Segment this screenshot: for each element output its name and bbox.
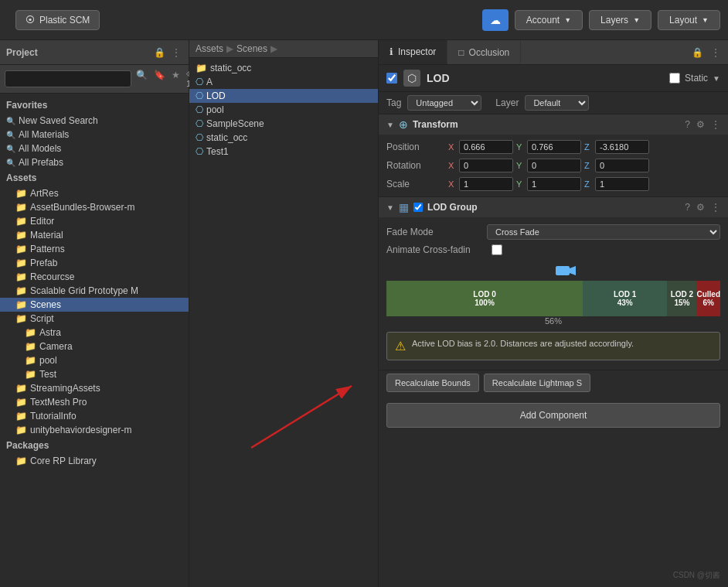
z-axis-label: Z [584,161,592,170]
tab-inspector[interactable]: ℹ Inspector [379,40,447,64]
rot-x-input[interactable] [459,159,513,172]
lod-bar-2[interactable]: LOD 2 15% [667,281,696,316]
add-component-button[interactable]: Add Component [386,403,720,428]
scene-lod-item[interactable]: ⎔ LOD [189,89,378,103]
scene-sample-item[interactable]: ⎔ SampleScene [189,117,378,131]
scenes-item[interactable]: 📁 Scenes [0,298,189,312]
rot-z-input[interactable] [595,159,649,172]
patterns-item[interactable]: 📁 Patterns [0,242,189,256]
folder-icon: 📁 [196,63,207,73]
artres-item[interactable]: 📁 ArtRes [0,186,189,200]
assetbundles-item[interactable]: 📁 AssetBundles-Browser-m [0,200,189,214]
lod-group-body: Fade Mode Cross Fade Animate Cross-fadin [379,217,728,370]
y-axis-label: Y [516,161,524,170]
help-icon[interactable]: ? [685,119,690,130]
packages-header: Packages [0,437,189,454]
transform-body: Position X Y Z Rotation X Y [379,135,728,196]
layer-dropdown[interactable]: Default [525,95,589,111]
x-axis-label: X [448,179,456,189]
recalculate-row: Recalculate Bounds Recalculate Lightmap … [379,370,728,395]
scene-static-occ-item[interactable]: ⎔ static_occ [189,131,378,145]
lod-percentage: 56% [386,316,720,326]
object-active-checkbox[interactable] [386,73,397,84]
new-saved-search-item[interactable]: 🔍 New Saved Search [0,114,189,128]
scene-test1-item[interactable]: ⎔ Test1 [189,145,378,159]
recalculate-lightmap-button[interactable]: Recalculate Lightmap S [484,374,590,392]
layout-dropdown[interactable]: Layout ▼ [658,10,720,30]
camera-item[interactable]: 📁 Camera [0,340,189,353]
recourcse-item[interactable]: 📁 Recourcse [0,270,189,284]
lod2-pct: 15% [674,299,689,307]
folder-icon: 📁 [15,383,27,394]
prefab-item[interactable]: 📁 Prefab [0,256,189,270]
unity-behavior-item[interactable]: 📁 unitybehaviordesigner-m [0,423,189,437]
all-materials-item[interactable]: 🔍 All Materials [0,128,189,142]
more-icon[interactable]: ⋮ [170,46,182,60]
star-icon[interactable]: ★ [170,68,182,90]
scale-y-input[interactable] [527,177,581,191]
breadcrumb-arrow-icon: ▶ [226,43,233,54]
core-rp-item[interactable]: 📁 Core RP Library [0,454,189,468]
pos-y-input[interactable] [527,140,581,154]
rot-y-input[interactable] [527,159,581,172]
tab-occlusion[interactable]: □ Occlusion [447,40,521,64]
settings-icon[interactable]: ⚙ [696,202,705,213]
warning-icon: ⚠ [395,339,406,353]
scale-x-input[interactable] [459,177,513,191]
settings-icon[interactable]: ⚙ [696,119,705,130]
all-models-item[interactable]: 🔍 All Models [0,142,189,155]
more-icon[interactable]: ⋮ [711,202,720,213]
scale-z-input[interactable] [595,177,649,191]
watermark: CSDN @切酱 [673,570,720,581]
pool-item[interactable]: 📁 pool [0,353,189,367]
editor-item[interactable]: 📁 Editor [0,214,189,228]
search-filter-icon[interactable]: 🔍 [134,68,149,90]
position-label: Position [386,142,448,152]
rotation-fields: X Y Z [448,159,649,172]
lod-group-checkbox[interactable] [413,203,423,212]
cloud-button[interactable]: ☁ [482,9,509,31]
pos-x-input[interactable] [459,140,513,154]
lod-bar-1[interactable]: LOD 1 43% [583,281,667,316]
animate-checkbox[interactable] [492,244,502,255]
fade-mode-dropdown[interactable]: Cross Fade [487,224,720,240]
lod-group-header[interactable]: ▼ ▦ LOD Group ? ⚙ ⋮ [379,197,728,217]
tag-dropdown[interactable]: Untagged [407,95,481,111]
lock-inspector-icon[interactable]: 🔒 [690,46,705,60]
test-item[interactable]: 📁 Test [0,367,189,381]
static-occ-folder-item[interactable]: 📁 static_occ [189,61,378,75]
all-materials-label: All Materials [19,129,69,140]
material-item[interactable]: 📁 Material [0,228,189,242]
lod-bar-0[interactable]: LOD 0 100% [386,281,583,316]
recalculate-bounds-button[interactable]: Recalculate Bounds [386,374,479,392]
more-inspector-icon[interactable]: ⋮ [709,46,722,60]
bookmark-icon[interactable]: 🔖 [152,68,167,90]
inspector-tab-label: Inspector [398,46,436,57]
plastic-scm-button[interactable]: ⦿ Plastic SCM [15,10,100,30]
astra-item[interactable]: 📁 Astra [0,326,189,340]
textmesh-item[interactable]: 📁 TextMesh Pro [0,395,189,409]
script-item[interactable]: 📁 Script [0,312,189,326]
static-label: Static [685,73,708,84]
tutorialinfo-item[interactable]: 📁 TutorialInfo [0,409,189,423]
streaming-assets-item[interactable]: 📁 StreamingAssets [0,381,189,395]
static-checkbox[interactable] [669,73,680,84]
all-prefabs-item[interactable]: 🔍 All Prefabs [0,155,189,169]
pos-z-input[interactable] [595,140,649,154]
lod-bars-container: LOD 0 100% LOD 1 43% LOD 2 15% Culled [386,264,720,326]
occlusion-tab-label: Occlusion [469,47,510,58]
scene-pool-item[interactable]: ⎔ pool [189,103,378,117]
lock-icon[interactable]: 🔒 [152,46,167,60]
y-axis-label: Y [516,179,524,189]
scalable-item[interactable]: 📁 Scalable Grid Prototype M [0,284,189,298]
help-icon[interactable]: ? [685,202,690,213]
search-icons: 🔍 🔖 ★ 👁 18 [134,68,197,90]
lod-bar-culled[interactable]: Culled 6% [696,281,720,316]
more-icon[interactable]: ⋮ [711,119,720,130]
static-dropdown-icon[interactable]: ▼ [713,74,720,83]
scene-a-item[interactable]: ⎔ A [189,75,378,89]
account-dropdown[interactable]: Account ▼ [515,10,583,30]
layers-dropdown[interactable]: Layers ▼ [589,10,651,30]
search-input[interactable] [5,70,131,87]
transform-header[interactable]: ▼ ⊕ Transform ? ⚙ ⋮ [379,114,728,135]
